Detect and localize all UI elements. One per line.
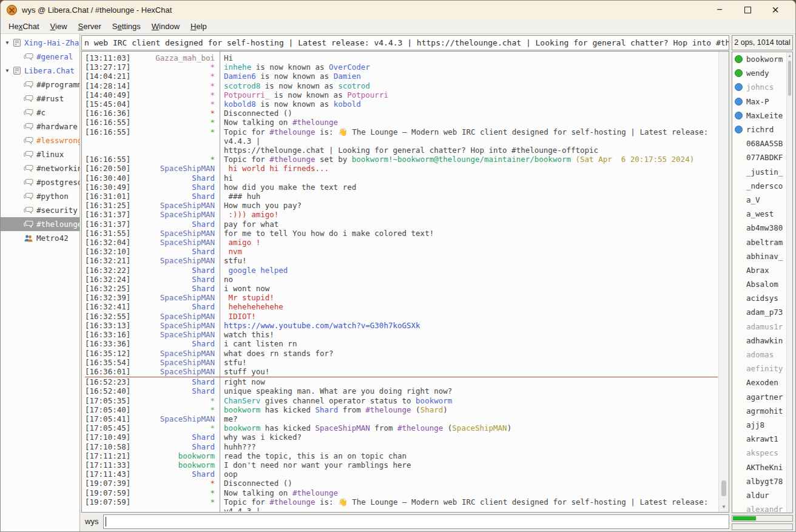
userlist-item-a_west[interactable]: a_west: [732, 207, 786, 221]
menu-view[interactable]: View: [45, 20, 73, 33]
expander-icon[interactable]: ▼: [3, 68, 12, 73]
tree-item-xing-hai-zha[interactable]: ▼Xing-Hai-Zha: [1, 36, 79, 50]
titlebar[interactable]: wys @ Libera.Chat / #thelounge - HexChat…: [1, 1, 795, 19]
chat-nick: Shard: [133, 284, 218, 293]
tree-item--networkin[interactable]: #networkin: [1, 161, 79, 175]
chat-message: Mr stupid!: [218, 293, 718, 302]
userlist-item-bookworm[interactable]: bookworm: [732, 52, 786, 66]
tree-item--security[interactable]: #security: [1, 203, 79, 217]
userlist-item-adhawkin[interactable]: adhawkin: [732, 334, 786, 348]
chat-nick: Shard: [133, 220, 218, 229]
chat-message: me?: [218, 414, 718, 423]
userlist-item-johncs[interactable]: johncs: [732, 80, 786, 94]
userlist-item-albygt78[interactable]: albygt78: [732, 474, 786, 488]
tree-item--c[interactable]: #c: [1, 106, 79, 120]
minimize-button[interactable]: −: [706, 1, 734, 19]
chat-message: hehehehehehe: [218, 302, 718, 311]
userlist-item-_ndersco[interactable]: _ndersco: [732, 179, 786, 193]
userlist-item-ajj8[interactable]: ajj8: [732, 418, 786, 432]
chat-scrollbar[interactable]: ▼: [718, 52, 729, 512]
user-name: AKTheKni: [746, 463, 783, 472]
menu-hexchat[interactable]: HexChat: [3, 20, 45, 33]
chat-message: Topic for #thelounge is: 👋 The Lounge — …: [218, 127, 718, 155]
userlist-item-wendy[interactable]: wendy: [732, 66, 786, 80]
channel-icon: [24, 109, 33, 117]
userlist-item-absalom[interactable]: Absalom: [732, 277, 786, 291]
chat-timestamp: [16:32:41]: [85, 302, 133, 311]
tree-item--rust[interactable]: ##rust: [1, 92, 79, 106]
user-name: johncs: [746, 82, 774, 92]
userlist-item-agartner[interactable]: agartner: [732, 390, 786, 404]
scroll-up-icon[interactable]: ▲: [787, 53, 792, 58]
menu-settings[interactable]: Settings: [107, 20, 146, 33]
menu-help[interactable]: Help: [185, 20, 212, 33]
tree-item--linux[interactable]: #linux: [1, 147, 79, 161]
chat-text-segment: gives channel operator status to: [260, 396, 416, 405]
userlist-item-068aa5sb[interactable]: 068AA5SB: [732, 136, 786, 150]
userlist-item-abeltram[interactable]: abeltram: [732, 235, 786, 249]
channel-icon: [24, 164, 33, 173]
userlist-item-aexoden[interactable]: Aexoden: [732, 375, 786, 389]
tree-item--hardware[interactable]: #hardware: [1, 120, 79, 133]
chat-nick: Shard: [133, 192, 218, 201]
maximize-button[interactable]: [734, 1, 761, 19]
tree-item--postgresq[interactable]: #postgresq: [1, 175, 79, 189]
chat-text-segment: ): [507, 423, 512, 433]
userlist-item-abhinav_[interactable]: abhinav_: [732, 249, 786, 263]
user-name: adhawkin: [746, 336, 783, 345]
userlist-scrollbar[interactable]: ▲: [786, 52, 792, 513]
userlist-item-_justin_[interactable]: _justin_: [732, 165, 786, 179]
userlist-item-maxleite[interactable]: MaxLeite: [732, 109, 786, 123]
tree-item-libera-chat[interactable]: ▼Libera.Chat: [1, 64, 79, 78]
chat-timestamp: [16:16:36]: [85, 109, 133, 118]
tree-item--thelounge[interactable]: #thelounge: [1, 217, 79, 231]
channel-icon: [24, 136, 33, 145]
no-badge: [735, 407, 743, 415]
message-input[interactable]: [103, 514, 729, 529]
scroll-down-icon[interactable]: ▼: [719, 504, 729, 510]
userlist-item-adam_p73[interactable]: adam_p73: [732, 305, 786, 319]
userlist-item-aefinity[interactable]: aefinity: [732, 362, 786, 375]
userlist-item-akthekni[interactable]: AKTheKni: [732, 460, 786, 474]
userlist-item-max-p[interactable]: Max-P: [732, 95, 786, 109]
tree-item--programm[interactable]: ##programm: [1, 78, 79, 92]
chat-text-segment: #thelounge: [365, 405, 411, 414]
chat-text-segment: right now: [224, 377, 265, 386]
userlist-item-aldur[interactable]: aldur: [732, 488, 786, 502]
userlist-item-077abdkf[interactable]: 077ABDKF: [732, 150, 786, 164]
userlist-scrollbar-thumb[interactable]: [788, 61, 791, 96]
menu-window[interactable]: Window: [146, 20, 185, 33]
no-badge: [735, 182, 743, 190]
userlist-item-ab4mw380[interactable]: ab4mw380: [732, 221, 786, 235]
userlist-item-a_v[interactable]: a_V: [732, 193, 786, 207]
userlist-item-acidsys[interactable]: acidsys: [732, 291, 786, 305]
chat-nick: Shard: [133, 266, 218, 275]
hexchat-window: wys @ Libera.Chat / #thelounge - HexChat…: [0, 0, 796, 532]
userlist-item-akrawt1[interactable]: akrawt1: [732, 432, 786, 446]
tree-item--lesswrong[interactable]: #lesswrong: [1, 133, 79, 147]
chat-message: hi world hi firneds...: [218, 164, 718, 173]
chat-scrollbar-thumb[interactable]: [721, 480, 726, 496]
chat-line: [16:32:39]SpaceShipMAN Mr stupid!: [85, 293, 718, 302]
tree-item--general[interactable]: #general: [1, 50, 79, 64]
userlist-item-abrax[interactable]: Abrax: [732, 263, 786, 277]
chat-nick: SpaceShipMAN: [133, 321, 218, 330]
no-badge: [735, 449, 743, 457]
userlist-item-agrmohit[interactable]: agrmohit: [732, 404, 786, 418]
userlist-item-alexandr[interactable]: alexandr: [732, 502, 786, 513]
tree-item-metro42[interactable]: Metro42: [1, 231, 79, 245]
chat-text-segment: scotrod: [338, 81, 370, 90]
userlist-item-akspecs[interactable]: akspecs: [732, 446, 786, 460]
menu-server[interactable]: Server: [73, 20, 107, 33]
userlist-item-adomas[interactable]: adomas: [732, 348, 786, 362]
chat-message: https://www.youtube.com/watch?v=G30h7koG…: [218, 321, 718, 330]
tree-item--python[interactable]: #python: [1, 189, 79, 203]
userlist-item-adamus1r[interactable]: adamus1r: [732, 320, 786, 334]
close-button[interactable]: ×: [761, 1, 789, 19]
expander-icon[interactable]: ▼: [3, 40, 12, 45]
topic-input[interactable]: n web IRC client designed for self-hosti…: [81, 35, 729, 50]
userlist-item-richrd[interactable]: richrd: [732, 123, 786, 136]
user-name: Abrax: [746, 266, 769, 275]
chat-text-segment: kobold: [334, 99, 361, 109]
chat-link[interactable]: https://www.youtube.com/watch?v=G30h7koG…: [224, 321, 420, 330]
